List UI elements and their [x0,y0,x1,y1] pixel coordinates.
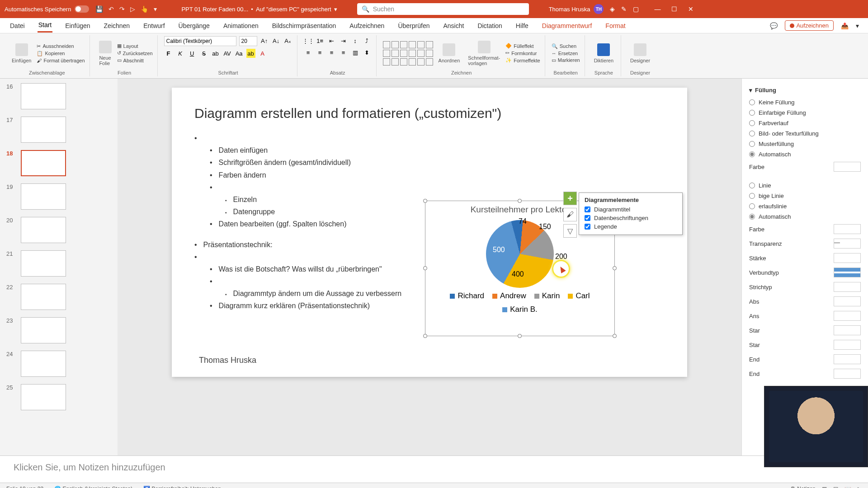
thumbnail-21[interactable]: 21 [6,250,111,277]
columns-icon[interactable]: ▥ [351,48,360,57]
pen-icon[interactable]: ✎ [621,5,627,13]
line-spacing-icon[interactable]: ↕ [351,36,360,45]
line-prop[interactable]: End [749,352,861,366]
slide-indicator[interactable]: Folie 18 von 33 [6,486,43,488]
chart-elements-button[interactable]: + [563,192,577,205]
touch-icon[interactable]: 👆 [141,5,148,13]
justify-icon[interactable]: ≡ [339,48,348,57]
underline-button[interactable]: U [188,49,197,58]
tab-dictation[interactable]: Dictation [476,19,503,32]
tab-animationen[interactable]: Animationen [222,19,259,32]
indent-inc-icon[interactable]: ⇥ [339,36,348,45]
diamond-icon[interactable]: ◈ [610,5,615,13]
view-normal-icon[interactable]: ▦ [822,486,827,488]
line-prop[interactable]: Abs [749,294,861,309]
tab-aufzeichnen[interactable]: Aufzeichnen [349,19,385,32]
text-direction-icon[interactable]: ⤴ [363,36,372,45]
italic-button[interactable]: K [176,49,185,58]
case-button[interactable]: Aa [235,49,244,58]
fill-option[interactable]: Bild- oder Texturfüllung [749,128,861,139]
tab-zeichnen[interactable]: Zeichnen [103,19,131,32]
shadow-button[interactable]: ab [211,49,220,58]
font-color-button[interactable]: A [258,49,267,58]
redo-icon[interactable]: ↷ [119,5,125,13]
font-name-select[interactable] [164,36,236,46]
search-input[interactable]: 🔍 Suchen [357,3,529,15]
reset-button[interactable]: ↺ Zurücksetzen [117,50,153,56]
thumbnail-20[interactable]: 20 [6,217,111,243]
checkbox-title[interactable]: Diagrammtitel [585,205,677,214]
numbering-icon[interactable]: 1≡ [316,36,325,45]
fill-color-picker[interactable] [834,162,861,172]
tab-einfuegen[interactable]: Einfügen [64,19,91,32]
increase-font-icon[interactable]: A↑ [260,36,269,45]
indent-dec-icon[interactable]: ⇤ [327,36,336,45]
checkbox-legend[interactable]: Legende [585,222,677,231]
fill-option[interactable]: Farbverlauf [749,118,861,128]
dictate-button[interactable]: Diktieren [591,42,616,65]
new-slide-button[interactable]: Neue Folie [96,39,114,68]
line-prop[interactable]: Star [749,338,861,352]
record-button[interactable]: Aufzeichnen [785,20,834,31]
line-prop[interactable]: End [749,366,861,381]
tab-uebergaenge[interactable]: Übergänge [178,19,211,32]
paste-button[interactable]: Einfügen [9,42,34,65]
notes-pane[interactable]: Klicken Sie, um Notizen hinzuzufügen [0,455,868,483]
tab-bildschirm[interactable]: Bildschirmpräsentation [271,19,337,32]
spacing-button[interactable]: AV [223,49,232,58]
chart-filter-button[interactable]: ▽ [563,224,577,238]
slide-editor[interactable]: Diagramm erstellen und formatieren („cus… [118,79,741,455]
tab-ueberpruefen[interactable]: Überprüfen [397,19,430,32]
compound-select[interactable] [834,267,861,277]
fill-option[interactable]: Einfarbige Füllung [749,108,861,118]
quick-styles-button[interactable]: Schnellformat- vorlagen [465,39,503,68]
tab-datei[interactable]: Datei [9,19,26,32]
view-reading-icon[interactable]: 📖 [844,486,851,488]
fill-option[interactable]: Keine Füllung [749,97,861,108]
thumbnail-18[interactable]: 18 [6,150,111,176]
font-size-select[interactable] [239,36,257,46]
cut-button[interactable]: ✂ Ausschneiden [37,43,85,49]
format-painter-button[interactable]: 🖌 Format übertragen [37,58,85,63]
accessibility-indicator[interactable]: ♿ Barrierefreiheit: Untersuchen [143,486,221,488]
notes-toggle[interactable]: 🗒 Notizen [790,486,816,488]
thumbnail-23[interactable]: 23 [6,317,111,343]
chart-styles-button[interactable]: 🖌 [563,208,577,221]
fill-button[interactable]: 🔶 Fülleffekt [505,43,540,49]
bold-button[interactable]: F [164,49,173,58]
collapse-ribbon-icon[interactable]: ▾ [856,22,859,29]
select-button[interactable]: ▭ Markieren [552,57,580,63]
slide-thumbnails[interactable]: 16171819202122232425 [0,79,118,455]
thumbnail-24[interactable]: 24 [6,351,111,377]
highlight-button[interactable]: ab [246,49,255,58]
save-icon[interactable]: 💾 [95,5,103,13]
align-center-icon[interactable]: ≡ [316,48,325,57]
strike-button[interactable]: S̶ [199,49,208,58]
file-name[interactable]: PPT 01 Roter Faden 00...• Auf "diesem PC… [181,6,337,13]
fill-option[interactable]: Automatisch [749,149,861,160]
shape-gallery[interactable] [383,41,433,66]
view-slideshow-icon[interactable]: ▷ [858,486,862,488]
clear-format-icon[interactable]: Aₓ [283,36,292,45]
fill-option[interactable]: Musterfüllung [749,139,861,149]
align-right-icon[interactable]: ≡ [327,48,336,57]
line-prop[interactable]: Ans [749,309,861,323]
tab-diagrammentwurf[interactable]: Diagrammentwurf [541,19,593,32]
view-sorter-icon[interactable]: ▤ [833,486,838,488]
effects-button[interactable]: ✨ Formeffekte [505,57,540,63]
window-icon[interactable]: ▢ [633,5,639,13]
decrease-font-icon[interactable]: A↓ [272,36,281,45]
thumbnail-19[interactable]: 19 [6,183,111,210]
thumbnail-22[interactable]: 22 [6,284,111,310]
replace-button[interactable]: ↔ Ersetzen [552,51,580,56]
thumbnail-17[interactable]: 17 [6,117,111,143]
bullets-icon[interactable]: ⋮⋮ [304,36,313,45]
transparency-input[interactable]: — [834,239,861,249]
arrange-button[interactable]: Anordnen [436,42,463,65]
line-option[interactable]: Linie [749,180,861,191]
copy-button[interactable]: 📋 Kopieren [37,51,85,56]
fill-section[interactable]: ▾ Füllung [749,87,861,94]
line-prop[interactable]: Star [749,323,861,338]
slideshow-icon[interactable]: ▷ [130,5,135,13]
line-option[interactable]: Automatisch [749,211,861,222]
